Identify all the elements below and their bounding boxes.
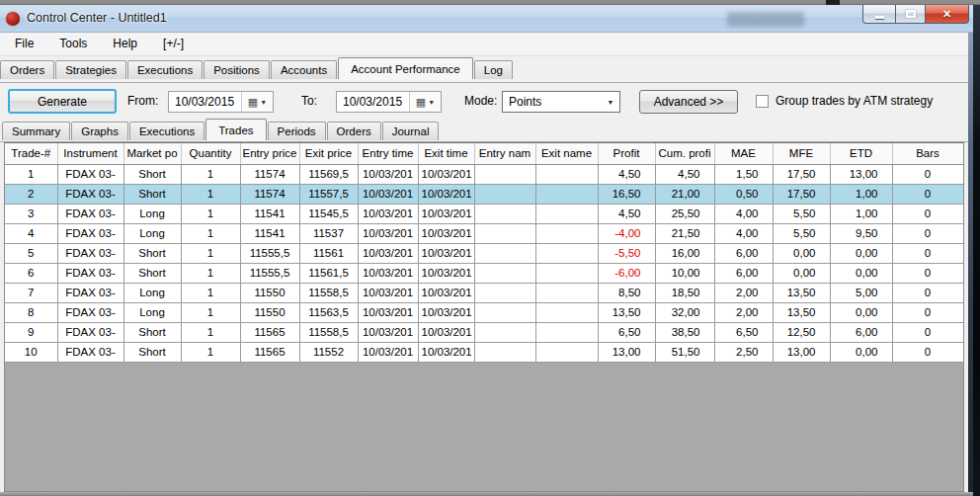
cell[interactable]: 5,50	[773, 223, 830, 243]
menu-item-file[interactable]: File	[2, 33, 46, 55]
cell[interactable]: 11558,5	[299, 283, 358, 302]
cell[interactable]: 4,50	[598, 164, 655, 184]
cell[interactable]	[535, 164, 598, 184]
cell[interactable]	[474, 164, 535, 184]
cell[interactable]: 11550	[240, 302, 299, 322]
cell[interactable]	[474, 223, 535, 243]
cell[interactable]: 0	[892, 243, 963, 263]
cell[interactable]: 17,50	[773, 184, 830, 204]
column-header-trade[interactable]: Trade-#	[5, 143, 57, 164]
column-header-etd[interactable]: ETD	[830, 143, 892, 164]
column-header-market-po[interactable]: Market po	[123, 143, 181, 164]
cell[interactable]: 1	[181, 164, 240, 184]
from-date-picker[interactable]: 10/03/2015 ▦ ▼	[168, 91, 274, 113]
cell[interactable]: 11541	[240, 204, 299, 223]
cell[interactable]: 0	[892, 342, 963, 362]
close-button[interactable]: ✕	[926, 5, 969, 24]
cell[interactable]	[474, 263, 535, 283]
cell[interactable]	[474, 204, 535, 223]
cell[interactable]: 0	[892, 263, 963, 283]
cell[interactable]: Short	[123, 322, 181, 342]
cell[interactable]: 11537	[299, 223, 358, 243]
menu-item-tools[interactable]: Tools	[46, 33, 100, 55]
cell[interactable]: 7	[5, 283, 57, 302]
cell[interactable]: Short	[123, 263, 181, 283]
cell[interactable]: 10/03/201	[418, 322, 474, 342]
cell[interactable]: FDAX 03-	[57, 283, 123, 302]
cell[interactable]: 10/03/201	[358, 243, 418, 263]
cell[interactable]	[535, 302, 598, 322]
cell[interactable]: 1	[181, 204, 240, 223]
column-header-cum-profi[interactable]: Cum. profi	[655, 143, 714, 164]
cell[interactable]: 1	[181, 243, 240, 263]
cell[interactable]: 2,50	[714, 342, 773, 362]
cell[interactable]: 51,50	[655, 342, 714, 362]
tab-positions[interactable]: Positions	[204, 60, 270, 79]
cell[interactable]: 0,00	[830, 243, 892, 263]
cell[interactable]: 2,00	[714, 283, 773, 302]
cell[interactable]: FDAX 03-	[57, 243, 123, 263]
cell[interactable]: 10/03/201	[418, 223, 474, 243]
column-header-entry-price[interactable]: Entry price	[240, 143, 299, 164]
cell[interactable]: 0	[892, 302, 963, 322]
cell[interactable]: 0	[892, 164, 963, 184]
cell[interactable]: 11552	[299, 342, 358, 362]
cell[interactable]: 6,50	[598, 322, 655, 342]
column-header-profit[interactable]: Profit	[598, 143, 655, 164]
cell[interactable]: 5,00	[830, 283, 892, 302]
table-row[interactable]: 7FDAX 03-Long11155011558,510/03/20110/03…	[5, 283, 963, 302]
cell[interactable]: Long	[123, 302, 181, 322]
cell[interactable]: 1,00	[830, 204, 892, 223]
generate-button[interactable]: Generate	[8, 89, 117, 114]
cell[interactable]: 10/03/201	[418, 342, 474, 362]
cell[interactable]: 11557,5	[299, 184, 358, 204]
mode-dropdown[interactable]: Points ▼	[502, 91, 620, 113]
table-row[interactable]: 1FDAX 03-Short11157411569,510/03/20110/0…	[5, 164, 963, 184]
cell[interactable]: 8,50	[598, 283, 655, 302]
cell[interactable]: 1,50	[714, 164, 773, 184]
cell[interactable]: 10/03/201	[358, 184, 418, 204]
cell[interactable]: 13,50	[773, 283, 830, 302]
tab-accounts[interactable]: Accounts	[271, 60, 337, 79]
cell[interactable]: Long	[123, 204, 181, 223]
subtab-graphs[interactable]: Graphs	[71, 122, 128, 140]
cell[interactable]: 11565	[240, 322, 299, 342]
cell[interactable]: 11561,5	[299, 263, 358, 283]
cell[interactable]: 3	[5, 204, 57, 223]
cell[interactable]	[474, 342, 535, 362]
cell[interactable]	[535, 283, 598, 302]
cell[interactable]: 0,00	[773, 263, 830, 283]
cell[interactable]	[535, 223, 598, 243]
cell[interactable]: 0,00	[830, 302, 892, 322]
cell[interactable]: 12,50	[773, 322, 830, 342]
cell[interactable]: 0	[892, 204, 963, 223]
cell[interactable]: 2	[5, 184, 57, 204]
cell[interactable]	[535, 184, 598, 204]
menu-item-help[interactable]: Help	[100, 33, 150, 55]
cell[interactable]: 1	[181, 184, 240, 204]
cell[interactable]: 10/03/201	[358, 263, 418, 283]
cell[interactable]: 11555,5	[240, 243, 299, 263]
menu-item-[interactable]: [+/-]	[150, 33, 197, 55]
cell[interactable]: 8	[5, 302, 57, 322]
table-row[interactable]: 10FDAX 03-Short1115651155210/03/20110/03…	[5, 342, 963, 362]
cell[interactable]: 0	[892, 283, 963, 302]
cell[interactable]: 1,00	[830, 184, 892, 204]
subtab-journal[interactable]: Journal	[382, 122, 440, 140]
cell[interactable]: 13,00	[773, 342, 830, 362]
cell[interactable]: FDAX 03-	[57, 263, 123, 283]
cell[interactable]: 13,00	[598, 342, 655, 362]
cell[interactable]: 21,50	[655, 223, 714, 243]
cell[interactable]: 10/03/201	[418, 283, 474, 302]
cell[interactable]: 11550	[240, 283, 299, 302]
column-header-exit-time[interactable]: Exit time	[418, 143, 474, 164]
cell[interactable]: 1	[181, 283, 240, 302]
from-calendar-button[interactable]: ▦ ▼	[241, 92, 273, 112]
cell[interactable]: 17,50	[773, 164, 830, 184]
cell[interactable]: -5,50	[598, 243, 655, 263]
table-row[interactable]: 8FDAX 03-Long11155011563,510/03/20110/03…	[5, 302, 963, 322]
cell[interactable]: 10/03/201	[358, 204, 418, 223]
cell[interactable]: 1	[181, 342, 240, 362]
cell[interactable]: 4,50	[655, 164, 714, 184]
cell[interactable]: 0	[892, 184, 963, 204]
